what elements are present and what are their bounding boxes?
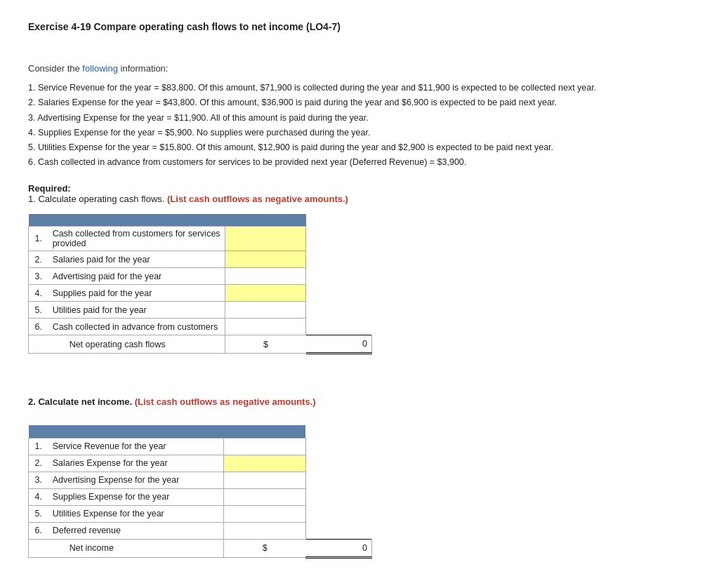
total-value: 0 [306, 335, 372, 354]
table-row: 2. Salaries Expense for the year [29, 455, 372, 472]
dollar-sign: $ [225, 335, 306, 354]
row1-input[interactable] [225, 227, 306, 251]
info-item-6: 6. Cash collected in advance from custom… [28, 155, 691, 170]
t2-total-value: 0 [305, 539, 371, 557]
row6-label: Cash collected in advance from customers [48, 319, 225, 335]
table-row: 3. Advertising Expense for the year [29, 472, 372, 488]
row1-label: Cash collected from customers for servic… [48, 227, 225, 251]
t2-row2-input[interactable] [224, 455, 305, 472]
row5-label: Utilities paid for the year [48, 302, 225, 319]
row3-input[interactable] [225, 268, 306, 285]
part1-text: 1. Calculate operating cash flows. [28, 194, 164, 204]
t2-row5-label: Utilities Expense for the year [48, 505, 224, 522]
info-item-4: 4. Supplies Expense for the year = $5,90… [28, 126, 691, 140]
row4-num: 4. [29, 285, 48, 302]
t2-row4-label: Supplies Expense for the year [48, 488, 224, 505]
table-row: 6. Deferred revenue [29, 522, 372, 539]
info-item-5: 5. Utilities Expense for the year = $15,… [28, 140, 691, 155]
info-item-3: 3. Advertising Expense for the year = $1… [28, 111, 691, 126]
row6-input[interactable] [225, 319, 306, 335]
part2-num: 2. Calculate net income. [28, 396, 132, 407]
total-label: Net operating cash flows [48, 335, 225, 354]
row2-label: Salaries paid for the year [48, 251, 225, 268]
intro-label: Consider the following information: [28, 63, 691, 74]
table-row: 4. Supplies paid for the year [29, 285, 372, 302]
row5-num: 5. [29, 302, 48, 319]
required-label: Required: [28, 183, 71, 194]
part2-highlight: (List cash outflows as negative amounts.… [135, 396, 316, 407]
t2-row3-num: 3. [29, 472, 48, 488]
t2-dollar-sign: $ [224, 539, 305, 557]
table-row: 5. Utilities paid for the year [29, 302, 372, 319]
row6-num: 6. [29, 319, 48, 335]
row5-input[interactable] [225, 302, 306, 319]
row3-num: 3. [29, 268, 48, 285]
t2-total-num [29, 539, 48, 557]
part2-section: 2. Calculate net income. (List cash outf… [28, 396, 691, 407]
part1-highlight: (List cash outflows as negative amounts.… [167, 194, 348, 204]
row2-input[interactable] [225, 251, 306, 268]
t2-row5-num: 5. [29, 505, 48, 522]
t2-row3-label: Advertising Expense for the year [48, 472, 224, 488]
t2-row6-num: 6. [29, 522, 48, 539]
t2-row5-input[interactable] [224, 505, 305, 522]
table-row: 4. Supplies Expense for the year [29, 488, 372, 505]
table-row: 1. Service Revenue for the year [29, 438, 372, 455]
table2-header [29, 425, 372, 438]
table2-header-right [224, 425, 305, 438]
table2: 1. Service Revenue for the year 2. Salar… [28, 425, 372, 559]
page-title: Exercise 4-19 Compare operating cash flo… [28, 21, 691, 32]
table-row: 2. Salaries paid for the year [29, 251, 372, 268]
row3-label: Advertising paid for the year [48, 268, 225, 285]
t2-row2-label: Salaries Expense for the year [48, 455, 224, 472]
total-num [29, 335, 48, 354]
row2-num: 2. [29, 251, 48, 268]
t2-total-label: Net income [48, 539, 224, 557]
info-item-2: 2. Salaries Expense for the year = $43,8… [28, 95, 691, 110]
t2-row6-label: Deferred revenue [48, 522, 224, 539]
t2-row3-input[interactable] [224, 472, 305, 488]
info-item-1: 1. Service Revenue for the year = $83,80… [28, 81, 691, 95]
row4-label: Supplies paid for the year [48, 285, 225, 302]
row4-input[interactable] [225, 285, 306, 302]
table1-header-left [29, 214, 225, 227]
t2-row2-num: 2. [29, 455, 48, 472]
t2-row4-num: 4. [29, 488, 48, 505]
t2-row6-input[interactable] [224, 522, 305, 539]
row1-num: 1. [29, 227, 48, 251]
table2-total-row: Net income $ 0 [29, 539, 372, 557]
t2-row4-input[interactable] [224, 488, 305, 505]
t2-row1-label: Service Revenue for the year [48, 438, 224, 455]
table1-header-right [225, 214, 306, 227]
table-row: 5. Utilities Expense for the year [29, 505, 372, 522]
t2-row1-num: 1. [29, 438, 48, 455]
table-row: 1. Cash collected from customers for ser… [29, 227, 372, 251]
table-row: 6. Cash collected in advance from custom… [29, 319, 372, 335]
table1-total-row: Net operating cash flows $ 0 [29, 335, 372, 354]
t2-row1-input[interactable] [224, 438, 305, 455]
table-row: 3. Advertising paid for the year [29, 268, 372, 285]
table1: 1. Cash collected from customers for ser… [28, 214, 372, 355]
required-section: Required: 1. Calculate operating cash fl… [28, 183, 691, 204]
table1-header [29, 214, 372, 227]
table2-header-left [29, 425, 224, 438]
info-list: 1. Service Revenue for the year = $83,80… [28, 81, 691, 171]
